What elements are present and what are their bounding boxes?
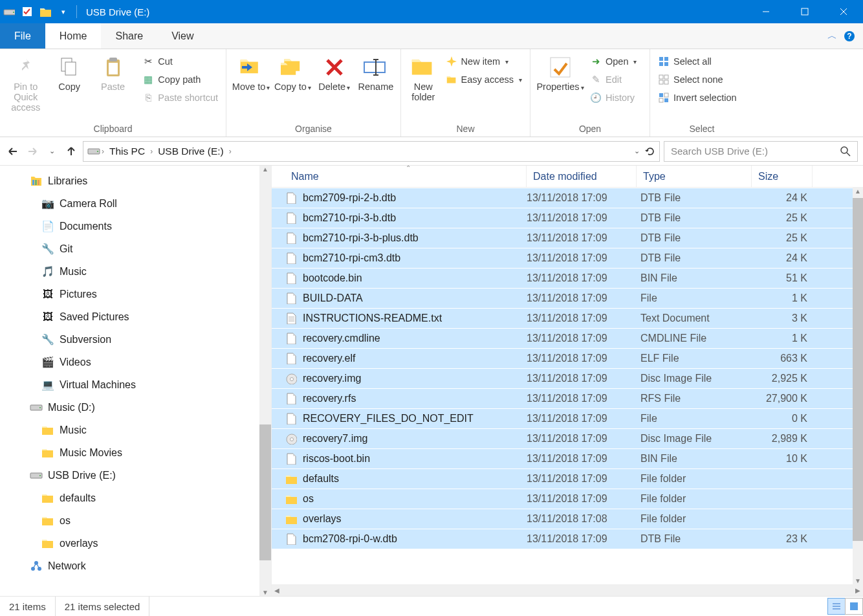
tree-item[interactable]: 🖼Saved Pictures xyxy=(0,305,271,328)
tree-item[interactable]: 🎵Music xyxy=(0,260,271,283)
maximize-button[interactable] xyxy=(785,0,824,23)
pin-quick-access-button[interactable]: Pin to Quick access xyxy=(5,52,46,113)
file-row[interactable]: recovery.cmdline13/11/2018 17:09CMDLINE … xyxy=(272,328,863,348)
new-item-button[interactable]: New item▾ xyxy=(443,54,525,69)
refresh-icon[interactable] xyxy=(645,146,655,157)
close-button[interactable] xyxy=(824,0,863,23)
tree-item[interactable]: Music Movies xyxy=(0,441,271,464)
recent-dropdown-icon[interactable]: ⌄ xyxy=(44,144,60,159)
tree-item[interactable]: 📄Documents xyxy=(0,215,271,237)
forward-button[interactable] xyxy=(25,144,40,159)
column-type[interactable]: Type xyxy=(637,166,752,187)
address-bar[interactable]: › This PC › USB Drive (E:) › ⌄ xyxy=(83,141,660,162)
file-row[interactable]: defaults13/11/2018 17:09File folder xyxy=(272,468,863,489)
file-row[interactable]: bootcode.bin13/11/2018 17:09BIN File51 K xyxy=(272,268,863,288)
file-row[interactable]: recovery.elf13/11/2018 17:09ELF File663 … xyxy=(272,348,863,368)
file-row[interactable]: bcm2710-rpi-3-b-plus.dtb13/11/2018 17:09… xyxy=(272,228,863,248)
easy-access-button[interactable]: Easy access▾ xyxy=(443,72,525,87)
tree-item[interactable]: Network xyxy=(0,555,271,577)
tree-item[interactable]: overlays xyxy=(0,532,271,555)
file-icon xyxy=(285,533,298,545)
qat-check-icon[interactable] xyxy=(18,6,36,17)
properties-button[interactable]: Properties▾ xyxy=(536,52,585,92)
hscroll-left-icon[interactable]: ◀ xyxy=(272,587,282,594)
qat-folder-icon[interactable] xyxy=(36,6,54,17)
tree-item[interactable]: 🖼Pictures xyxy=(0,283,271,305)
search-icon[interactable] xyxy=(840,146,851,157)
invert-selection-button[interactable]: Invert selection xyxy=(655,91,739,105)
file-row[interactable]: riscos-boot.bin13/11/2018 17:09BIN File1… xyxy=(272,448,863,468)
column-name[interactable]: Name⌃ xyxy=(285,166,527,187)
file-row[interactable]: BUILD-DATA13/11/2018 17:09File1 K xyxy=(272,288,863,308)
delete-button[interactable]: Delete▾ xyxy=(315,52,354,92)
paste-shortcut-button[interactable]: ⎘Paste shortcut xyxy=(140,91,221,105)
tree-item[interactable]: Libraries xyxy=(0,170,271,192)
paste-button[interactable]: Paste xyxy=(93,52,133,92)
file-row[interactable]: bcm2708-rpi-0-w.dtb13/11/2018 17:09DTB F… xyxy=(272,529,863,549)
tree-scroll-up-icon[interactable]: ▲ xyxy=(259,166,271,173)
file-row[interactable]: RECOVERY_FILES_DO_NOT_EDIT13/11/2018 17:… xyxy=(272,408,863,428)
cut-button[interactable]: ✂Cut xyxy=(140,54,221,69)
edit-button[interactable]: ✎Edit xyxy=(587,72,639,87)
file-row[interactable]: overlays13/11/2018 17:08File folder xyxy=(272,509,863,529)
file-row[interactable]: bcm2710-rpi-3-b.dtb13/11/2018 17:09DTB F… xyxy=(272,208,863,228)
view-thumbnails-button[interactable] xyxy=(845,598,863,615)
tree-item[interactable]: Music (D:) xyxy=(0,396,271,419)
file-size: 24 K xyxy=(752,252,807,264)
file-row[interactable]: os13/11/2018 17:09File folder xyxy=(272,489,863,509)
rename-button[interactable]: Rename xyxy=(356,52,395,92)
files-scrollbar[interactable]: ▲ ▼ xyxy=(853,188,863,584)
breadcrumb-this-pc[interactable]: This PC xyxy=(105,146,149,157)
tree-item[interactable]: Music xyxy=(0,419,271,441)
nav-tree[interactable]: Libraries📷Camera Roll📄Documents🔧Git🎵Musi… xyxy=(0,166,272,596)
tab-share[interactable]: Share xyxy=(101,23,157,49)
files-hscrollbar[interactable]: ◀ ▶ xyxy=(272,584,863,596)
file-row[interactable]: INSTRUCTIONS-README.txt13/11/2018 17:09T… xyxy=(272,308,863,328)
collapse-ribbon-icon[interactable]: ︿ xyxy=(827,30,837,42)
help-icon[interactable]: ? xyxy=(844,30,855,42)
breadcrumb-current[interactable]: USB Drive (E:) xyxy=(154,146,228,157)
tree-scroll-thumb[interactable] xyxy=(259,424,271,560)
tree-item[interactable]: 📷Camera Roll xyxy=(0,192,271,215)
view-details-button[interactable] xyxy=(827,598,846,615)
select-none-button[interactable]: Select none xyxy=(655,72,739,87)
tree-item[interactable]: os xyxy=(0,509,271,532)
select-all-button[interactable]: Select all xyxy=(655,54,739,69)
minimize-button[interactable] xyxy=(747,0,785,23)
tree-scroll-down-icon[interactable]: ▼ xyxy=(259,589,271,596)
address-dropdown-icon[interactable]: ⌄ xyxy=(634,147,640,155)
new-folder-button[interactable]: New folder xyxy=(406,52,441,102)
column-date[interactable]: Date modified xyxy=(527,166,637,187)
history-button[interactable]: 🕘History xyxy=(587,91,639,105)
tree-item[interactable]: USB Drive (E:) xyxy=(0,464,271,487)
tab-view[interactable]: View xyxy=(157,23,208,49)
files-scroll-down-icon[interactable]: ▼ xyxy=(853,577,863,584)
hscroll-right-icon[interactable]: ▶ xyxy=(853,587,863,594)
open-button[interactable]: ➜Open▾ xyxy=(587,54,639,69)
up-button[interactable] xyxy=(63,144,79,159)
file-row[interactable]: recovery.rfs13/11/2018 17:09RFS File27,9… xyxy=(272,388,863,408)
search-input[interactable]: Search USB Drive (E:) xyxy=(664,141,858,162)
tree-item[interactable]: defaults xyxy=(0,487,271,509)
files-scroll-up-icon[interactable]: ▲ xyxy=(853,188,863,195)
file-icon xyxy=(285,512,298,525)
column-size[interactable]: Size xyxy=(752,166,813,187)
file-row[interactable]: bcm2710-rpi-cm3.dtb13/11/2018 17:09DTB F… xyxy=(272,248,863,268)
copy-button[interactable]: Copy xyxy=(49,52,89,92)
back-button[interactable] xyxy=(5,144,21,159)
copy-to-button[interactable]: Copy to▾ xyxy=(273,52,312,92)
file-row[interactable]: bcm2709-rpi-2-b.dtb13/11/2018 17:09DTB F… xyxy=(272,188,863,208)
file-row[interactable]: recovery.img13/11/2018 17:09Disc Image F… xyxy=(272,368,863,388)
files-scroll-thumb[interactable] xyxy=(853,198,863,541)
tree-scrollbar[interactable]: ▲ ▼ xyxy=(259,166,271,596)
tree-item[interactable]: 🔧Git xyxy=(0,237,271,260)
copy-path-button[interactable]: ▦Copy path xyxy=(140,72,221,87)
qat-dropdown-icon[interactable]: ▾ xyxy=(54,8,72,16)
tree-item[interactable]: 🎬Videos xyxy=(0,351,271,373)
file-row[interactable]: recovery7.img13/11/2018 17:09Disc Image … xyxy=(272,428,863,448)
tab-file[interactable]: File xyxy=(0,23,45,49)
tree-item[interactable]: 💻Virtual Machines xyxy=(0,373,271,396)
tree-item[interactable]: 🔧Subversion xyxy=(0,328,271,351)
move-to-button[interactable]: Move to▾ xyxy=(232,52,270,92)
tab-home[interactable]: Home xyxy=(45,23,102,49)
